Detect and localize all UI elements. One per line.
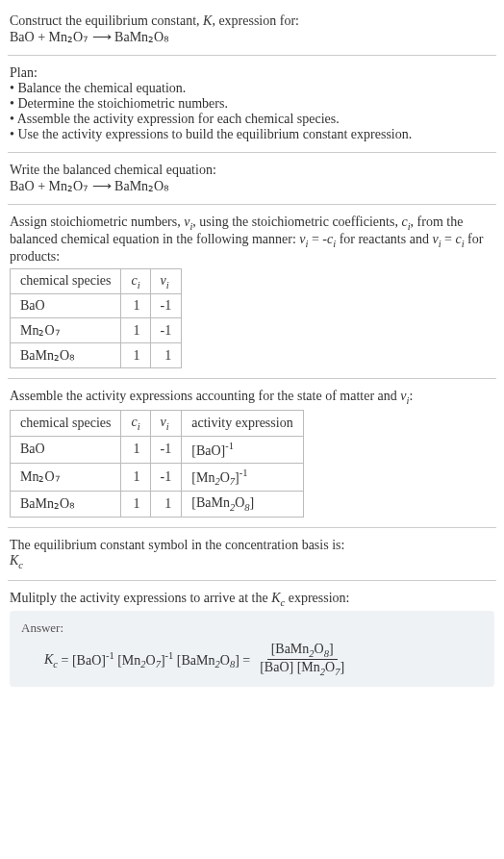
cell-v: -1	[150, 318, 182, 343]
table-row: BaMn₂O₈ 1 1	[11, 343, 182, 368]
cell-species: BaMn₂O₈	[11, 492, 121, 518]
cell-species: BaO	[11, 436, 121, 463]
cell-species: BaO	[11, 294, 121, 318]
col-c: ci	[121, 268, 150, 294]
plan-bullet-2: • Determine the stoichiometric numbers.	[10, 96, 494, 112]
cell-activity: [BaMn2O8]	[182, 492, 303, 518]
table-row: BaO 1 -1 [BaO]-1	[11, 436, 304, 463]
assign-section: Assign stoichiometric numbers, νi, using…	[8, 209, 496, 374]
col-v: νi	[150, 268, 182, 294]
table-header-row: chemical species ci νi activity expressi…	[11, 411, 304, 437]
header-section: Construct the equilibrium constant, K, e…	[8, 8, 496, 51]
plan-bullet-1: • Balance the chemical equation.	[10, 81, 494, 96]
cell-c: 1	[121, 436, 150, 463]
stoich-table-2: chemical species ci νi activity expressi…	[10, 410, 304, 518]
table-row: BaMn₂O₈ 1 1 [BaMn2O8]	[11, 492, 304, 518]
balanced-title: Write the balanced chemical equation:	[10, 163, 494, 178]
cell-c: 1	[121, 343, 150, 368]
cell-species: Mn₂O₇	[11, 318, 121, 343]
cell-activity: [BaO]-1	[182, 436, 303, 463]
answer-label: Answer:	[21, 620, 483, 636]
fraction-numerator: [BaMn2O8]	[267, 642, 338, 660]
col-activity: activity expression	[182, 411, 303, 437]
cell-v: 1	[150, 492, 182, 518]
symbol-text: The equilibrium constant symbol in the c…	[10, 538, 494, 553]
divider	[8, 527, 496, 528]
assemble-text: Assemble the activity expressions accoun…	[10, 389, 494, 406]
assign-text: Assign stoichiometric numbers, νi, using…	[10, 215, 494, 265]
col-species: chemical species	[11, 268, 121, 294]
cell-v: 1	[150, 343, 182, 368]
plan-bullet-4: • Use the activity expressions to build …	[10, 127, 494, 142]
plan-bullet-3: • Assemble the activity expression for e…	[10, 112, 494, 127]
balanced-equation: BaO + Mn₂O₇ ⟶ BaMn₂O₈	[10, 178, 494, 194]
divider	[8, 55, 496, 56]
col-c: ci	[121, 411, 150, 437]
kc-expression: Kc = [BaO]-1 [Mn2O7]-1 [BaMn2O8] = [BaMn…	[21, 642, 483, 677]
symbol-kc: Kc	[10, 553, 494, 570]
symbol-section: The equilibrium constant symbol in the c…	[8, 532, 496, 576]
kc-lhs: Kc = [BaO]-1 [Mn2O7]-1 [BaMn2O8] =	[44, 650, 250, 670]
divider	[8, 378, 496, 379]
divider	[8, 204, 496, 205]
header-prompt: Construct the equilibrium constant, K, e…	[10, 13, 494, 29]
cell-activity: [Mn2O7]-1	[182, 463, 303, 491]
header-equation: BaO + Mn₂O₇ ⟶ BaMn₂O₈	[10, 29, 494, 45]
divider	[8, 152, 496, 153]
cell-c: 1	[121, 492, 150, 518]
cell-c: 1	[121, 318, 150, 343]
col-v: νi	[150, 411, 182, 437]
fraction-denominator: [BaO] [Mn2O7]	[256, 660, 348, 677]
assemble-section: Assemble the activity expressions accoun…	[8, 383, 496, 523]
plan-title: Plan:	[10, 65, 494, 81]
stoich-table-1: chemical species ci νi BaO 1 -1 Mn₂O₇ 1 …	[10, 268, 182, 369]
balanced-section: Write the balanced chemical equation: Ba…	[8, 157, 496, 200]
cell-c: 1	[121, 463, 150, 491]
table-row: BaO 1 -1	[11, 294, 182, 318]
plan-section: Plan: • Balance the chemical equation. •…	[8, 60, 496, 148]
multiply-text: Mulitply the activity expressions to arr…	[10, 591, 494, 608]
cell-v: -1	[150, 436, 182, 463]
divider	[8, 580, 496, 581]
table-row: Mn₂O₇ 1 -1 [Mn2O7]-1	[11, 463, 304, 491]
multiply-section: Mulitply the activity expressions to arr…	[8, 585, 496, 693]
table-header-row: chemical species ci νi	[11, 268, 182, 294]
table-row: Mn₂O₇ 1 -1	[11, 318, 182, 343]
answer-box: Answer: Kc = [BaO]-1 [Mn2O7]-1 [BaMn2O8]…	[10, 611, 494, 687]
cell-c: 1	[121, 294, 150, 318]
col-species: chemical species	[11, 411, 121, 437]
cell-species: Mn₂O₇	[11, 463, 121, 491]
cell-species: BaMn₂O₈	[11, 343, 121, 368]
cell-v: -1	[150, 463, 182, 491]
kc-fraction: [BaMn2O8] [BaO] [Mn2O7]	[256, 642, 348, 677]
cell-v: -1	[150, 294, 182, 318]
